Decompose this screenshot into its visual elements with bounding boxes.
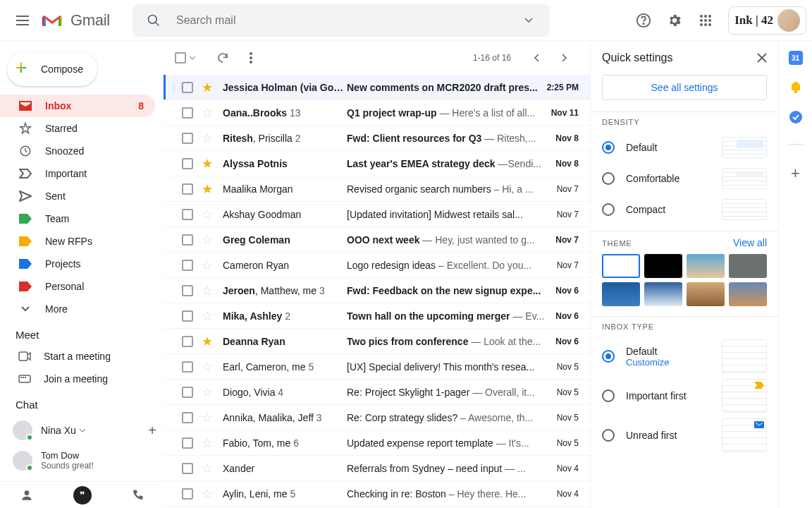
join-meeting[interactable]: Join a meeting: [0, 368, 164, 390]
row-checkbox[interactable]: [182, 234, 193, 246]
row-checkbox[interactable]: [182, 285, 193, 296]
theme-tile[interactable]: [687, 254, 725, 278]
theme-tile[interactable]: [644, 282, 682, 306]
theme-tile[interactable]: [729, 254, 767, 278]
hangouts-icon[interactable]: ❞: [73, 486, 92, 504]
chat-contact[interactable]: Jessica HolmanWill be there in 5: [0, 475, 164, 476]
star-icon[interactable]: ☆: [202, 105, 213, 121]
email-row[interactable]: ⋮⋮⋮⋮ ☆ Mika, Ashley 2 Town hall on the u…: [164, 303, 590, 329]
theme-tile[interactable]: [602, 282, 640, 306]
user-avatar[interactable]: [777, 9, 800, 32]
star-icon[interactable]: ☆: [202, 232, 213, 248]
drag-handle-icon[interactable]: ⋮⋮⋮⋮: [171, 84, 180, 91]
inbox-default[interactable]: DefaultCustomize: [602, 337, 767, 376]
tasks-icon[interactable]: [789, 110, 803, 124]
star-icon[interactable]: ☆: [202, 410, 213, 425]
email-row[interactable]: ⋮⋮⋮⋮ ☆ Aylin, Leni, me 5 Checking in re:…: [164, 481, 590, 507]
search-bar[interactable]: [133, 4, 550, 37]
theme-tile[interactable]: [729, 282, 767, 306]
email-row[interactable]: ⋮⋮⋮⋮ ☆ Cameron Ryan Logo redesign ideas …: [164, 253, 590, 278]
email-row[interactable]: ⋮⋮⋮⋮ ☆ Fabio, Tom, me 6 Updated expense …: [164, 430, 590, 456]
support-icon[interactable]: [629, 6, 658, 35]
star-icon[interactable]: ★: [202, 334, 213, 349]
search-icon[interactable]: [140, 6, 168, 35]
nav-starred[interactable]: Starred: [0, 117, 155, 140]
row-checkbox[interactable]: [182, 463, 193, 474]
add-addon-icon[interactable]: +: [791, 164, 800, 183]
inbox-important[interactable]: Important first: [602, 376, 767, 416]
theme-tile[interactable]: [687, 282, 725, 306]
star-icon[interactable]: ☆: [202, 435, 213, 451]
row-checkbox[interactable]: [182, 310, 193, 322]
email-row[interactable]: ⋮⋮⋮⋮ ★ Jessica Holman (via Goog... New c…: [164, 75, 590, 100]
density-default[interactable]: Default: [602, 132, 767, 163]
email-row[interactable]: ⋮⋮⋮⋮ ★ Deanna Ryan Two pics from confere…: [164, 329, 590, 354]
search-input[interactable]: [176, 14, 515, 27]
star-icon[interactable]: ☆: [202, 283, 213, 298]
nav-snoozed[interactable]: Snoozed: [0, 140, 155, 162]
email-row[interactable]: ⋮⋮⋮⋮ ★ Alyssa Potnis Last year's EMEA st…: [164, 151, 590, 176]
email-row[interactable]: ⋮⋮⋮⋮ ☆ Annika, Maalika, Jeff 3 Re: Corp …: [164, 405, 590, 430]
nav-more[interactable]: More: [0, 298, 155, 320]
star-icon[interactable]: ☆: [202, 308, 213, 324]
star-icon[interactable]: ★: [202, 80, 213, 95]
theme-view-all[interactable]: View all: [733, 237, 767, 248]
settings-icon[interactable]: [660, 6, 689, 35]
star-icon[interactable]: ★: [202, 156, 213, 171]
star-icon[interactable]: ☆: [202, 258, 213, 273]
row-checkbox[interactable]: [182, 133, 193, 144]
person-icon[interactable]: [20, 488, 34, 502]
row-checkbox[interactable]: [182, 82, 193, 93]
row-checkbox[interactable]: [182, 488, 193, 500]
row-checkbox[interactable]: [182, 387, 193, 398]
prev-page[interactable]: [522, 44, 550, 72]
row-checkbox[interactable]: [182, 183, 193, 195]
see-all-settings[interactable]: See all settings: [602, 75, 767, 100]
row-checkbox[interactable]: [182, 158, 193, 169]
email-row[interactable]: ⋮⋮⋮⋮ ☆ Earl, Cameron, me 5 [UX] Special …: [164, 354, 590, 380]
email-row[interactable]: ⋮⋮⋮⋮ ☆ Xander Referrals from Sydney – ne…: [164, 456, 590, 481]
email-row[interactable]: ⋮⋮⋮⋮ ☆ Jeroen, Matthew, me 3 Fwd: Feedba…: [164, 278, 590, 303]
row-checkbox[interactable]: [182, 107, 193, 119]
nav-inbox[interactable]: Inbox8: [0, 95, 155, 117]
add-chat-icon[interactable]: +: [148, 423, 156, 439]
customize-link[interactable]: Customize: [626, 357, 669, 368]
nav-important[interactable]: Important: [0, 162, 155, 185]
theme-tile[interactable]: [602, 254, 640, 278]
workspace-badge[interactable]: Ink | 42: [728, 6, 806, 35]
phone-icon[interactable]: [131, 489, 144, 502]
star-icon[interactable]: ☆: [202, 486, 213, 502]
nav-new-rfps[interactable]: New RFPs: [0, 230, 155, 253]
chat-self[interactable]: Nina Xu +: [0, 415, 164, 446]
refresh-button[interactable]: [209, 44, 237, 72]
row-checkbox[interactable]: [182, 361, 193, 373]
row-checkbox[interactable]: [182, 437, 193, 449]
search-options-icon[interactable]: [515, 6, 543, 35]
select-all[interactable]: [175, 52, 196, 64]
theme-tile[interactable]: [644, 254, 682, 278]
nav-personal[interactable]: Personal: [0, 275, 155, 298]
row-checkbox[interactable]: [182, 209, 193, 220]
chat-contact[interactable]: Tom DowSounds great!: [0, 446, 164, 475]
keep-icon[interactable]: [789, 80, 803, 95]
email-row[interactable]: ⋮⋮⋮⋮ ☆ Greg Coleman OOO next week — Hey,…: [164, 227, 590, 253]
row-checkbox[interactable]: [182, 260, 193, 271]
start-meeting[interactable]: Start a meeting: [0, 345, 164, 368]
email-row[interactable]: ⋮⋮⋮⋮ ★ Maalika Morgan Revised organic se…: [164, 176, 590, 202]
email-row[interactable]: ⋮⋮⋮⋮ ☆ Diogo, Vivia 4 Re: Project Skylig…: [164, 380, 590, 405]
close-settings[interactable]: [757, 53, 767, 63]
star-icon[interactable]: ☆: [202, 359, 213, 375]
star-icon[interactable]: ★: [202, 181, 213, 197]
star-icon[interactable]: ☆: [202, 207, 213, 222]
next-page[interactable]: [550, 44, 579, 72]
star-icon[interactable]: ☆: [202, 385, 213, 400]
row-checkbox[interactable]: [182, 412, 193, 423]
more-button[interactable]: [237, 44, 265, 72]
email-row[interactable]: ⋮⋮⋮⋮ ☆ Ritesh, Priscilla 2 Fwd: Client r…: [164, 126, 590, 151]
nav-sent[interactable]: Sent: [0, 185, 155, 207]
row-checkbox[interactable]: [182, 336, 193, 347]
density-compact[interactable]: Compact: [602, 194, 767, 225]
star-icon[interactable]: ☆: [202, 131, 213, 146]
gmail-logo[interactable]: Gmail: [42, 11, 110, 30]
apps-icon[interactable]: [691, 6, 720, 35]
